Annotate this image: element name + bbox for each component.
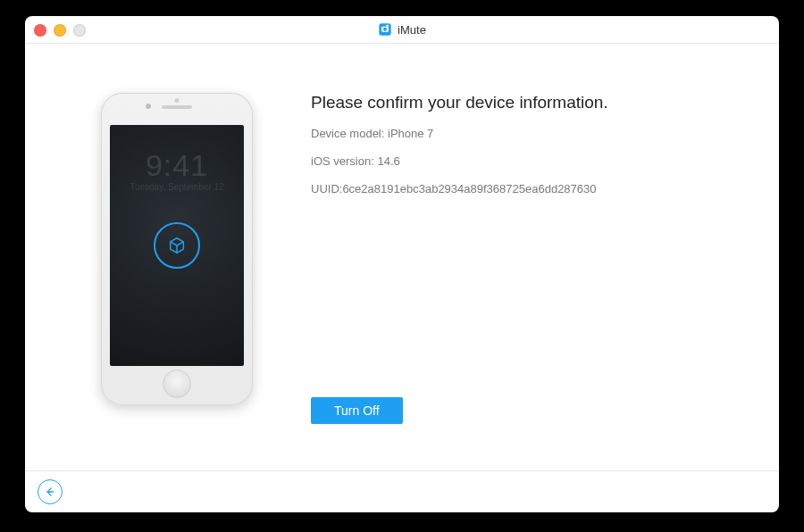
uuid-label: UUID: — [311, 182, 342, 195]
turn-off-button[interactable]: Turn Off — [311, 397, 403, 424]
device-model-value: iPhone 7 — [388, 127, 433, 140]
app-icon — [378, 22, 392, 37]
titlebar: iMute — [25, 16, 779, 44]
uuid-line: UUID:6ce2a8191ebc3ab2934a89f368725ea6dd2… — [311, 182, 743, 195]
window-title: iMute — [378, 22, 426, 37]
content-area: 9:41 Tuesday, September 12 — [25, 44, 779, 470]
svg-rect-3 — [386, 25, 389, 27]
phone-date: Tuesday, September 12 — [110, 182, 244, 192]
ios-version-value: 14.6 — [377, 154, 399, 168]
cube-icon — [154, 222, 200, 269]
arrow-left-icon — [44, 486, 56, 498]
confirm-heading: Please confirm your device information. — [311, 93, 743, 112]
device-model-line: Device model: iPhone 7 — [311, 127, 743, 140]
device-info-pane: Please confirm your device information. … — [284, 93, 743, 453]
uuid-value: 6ce2a8191ebc3ab2934a89f368725ea6dd287630 — [342, 182, 596, 195]
window-controls — [34, 24, 86, 37]
action-row: Turn Off — [311, 397, 743, 424]
app-title-text: iMute — [398, 23, 426, 37]
window-close-button[interactable] — [34, 24, 46, 37]
ios-version-line: iOS version: 14.6 — [311, 154, 743, 168]
phone-clock: 9:41 — [110, 148, 244, 183]
svg-point-2 — [383, 28, 387, 31]
device-preview-pane: 9:41 Tuesday, September 12 — [70, 93, 284, 453]
back-button[interactable] — [38, 479, 63, 504]
device-model-label: Device model: — [311, 127, 384, 140]
window-minimize-button[interactable] — [54, 24, 66, 37]
device-illustration: 9:41 Tuesday, September 12 — [101, 93, 253, 405]
window-zoom-button — [73, 24, 86, 37]
footer — [25, 470, 779, 512]
app-window: iMute 9:41 Tuesday, September 12 — [25, 16, 779, 512]
ios-version-label: iOS version: — [311, 154, 374, 168]
